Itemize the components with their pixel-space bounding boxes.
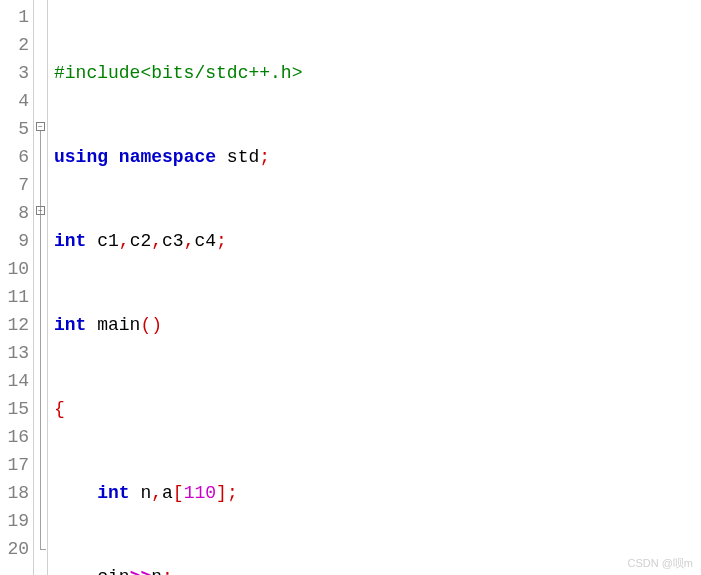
code-editor: 1 2 3 4 5 6 7 8 9 10 11 12 13 14 15 16 1…	[0, 0, 701, 575]
code-line: using namespace std;	[54, 143, 701, 171]
line-number: 10	[4, 255, 29, 283]
code-line: int c1,c2,c3,c4;	[54, 227, 701, 255]
line-number: 1	[4, 3, 29, 31]
code-line: int main()	[54, 311, 701, 339]
code-line: int n,a[110];	[54, 479, 701, 507]
line-number: 19	[4, 507, 29, 535]
line-number: 13	[4, 339, 29, 367]
line-number-gutter: 1 2 3 4 5 6 7 8 9 10 11 12 13 14 15 16 1…	[0, 0, 34, 575]
line-number: 15	[4, 395, 29, 423]
line-number: 9	[4, 227, 29, 255]
fold-end	[40, 549, 46, 550]
fold-toggle-icon[interactable]: −	[36, 206, 45, 215]
fold-column: − −	[34, 0, 48, 575]
code-line: {	[54, 395, 701, 423]
line-number: 8	[4, 199, 29, 227]
line-number: 6	[4, 143, 29, 171]
watermark: CSDN @呗m	[627, 556, 693, 571]
line-number: 20	[4, 535, 29, 563]
line-number: 14	[4, 367, 29, 395]
preprocessor: #include<bits/stdc++.h>	[54, 63, 302, 83]
line-number: 4	[4, 87, 29, 115]
line-number: 17	[4, 451, 29, 479]
code-line: #include<bits/stdc++.h>	[54, 59, 701, 87]
line-number: 18	[4, 479, 29, 507]
line-number: 3	[4, 59, 29, 87]
fold-line	[40, 131, 41, 549]
code-line: cin>>n;	[54, 563, 701, 575]
line-number: 2	[4, 31, 29, 59]
line-number: 11	[4, 283, 29, 311]
line-number: 12	[4, 311, 29, 339]
line-number: 16	[4, 423, 29, 451]
code-content[interactable]: #include<bits/stdc++.h> using namespace …	[48, 0, 701, 575]
fold-toggle-icon[interactable]: −	[36, 122, 45, 131]
line-number: 5	[4, 115, 29, 143]
line-number: 7	[4, 171, 29, 199]
